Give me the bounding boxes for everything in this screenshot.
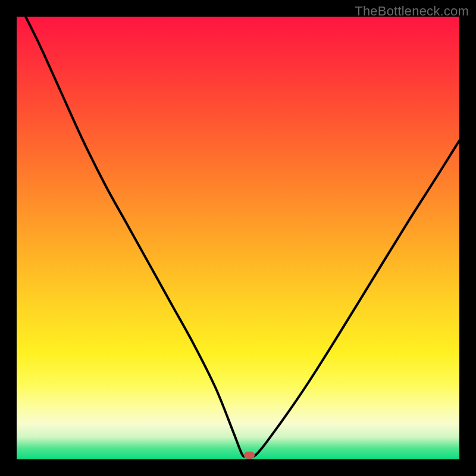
optimal-point-marker — [244, 452, 255, 459]
chart-frame: TheBottleneck.com — [0, 0, 476, 476]
plot-area — [17, 17, 459, 459]
watermark-text: TheBottleneck.com — [355, 4, 469, 19]
curve-path — [17, 17, 459, 456]
bottleneck-curve — [17, 17, 459, 459]
